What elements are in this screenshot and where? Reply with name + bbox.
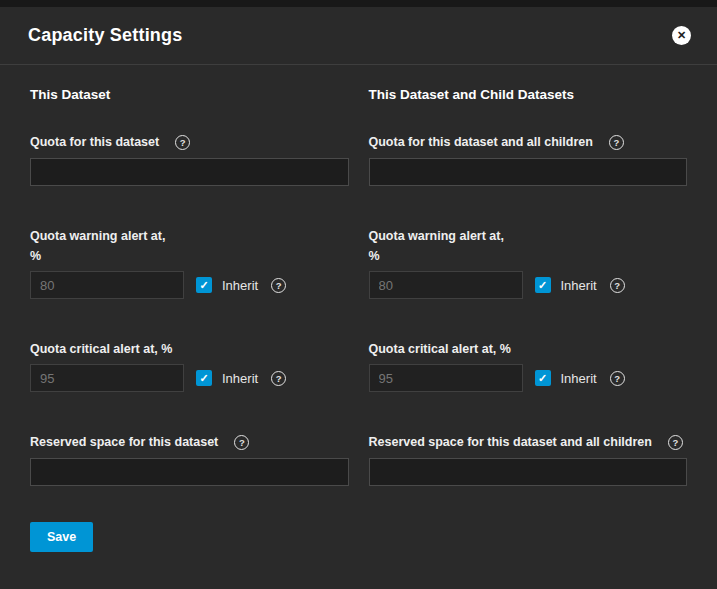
column-this-dataset: This Dataset Quota for this dataset ? Qu… [30,87,349,486]
section-header: This Dataset [30,87,349,102]
inherit-checkbox[interactable]: ✓ [535,277,551,293]
help-icon[interactable]: ? [610,371,625,386]
field-quota-dataset: Quota for this dataset ? [30,132,349,186]
field-quota-critical: Quota critical alert at, % ✓ Inherit ? [30,339,349,392]
help-icon[interactable]: ? [271,371,286,386]
quota-dataset-input[interactable] [30,158,349,186]
dialog-top-edge [0,0,717,7]
inherit-label: Inherit [561,278,597,293]
dialog-body: This Dataset Quota for this dataset ? Qu… [0,65,717,589]
field-quota-children: Quota for this dataset and all children … [369,132,688,186]
field-reserved-space: Reserved space for this dataset ? [30,432,349,486]
field-quota-warning-children: Quota warning alert at, % ✓ Inherit ? [369,226,688,299]
quota-critical-children-input [369,364,523,392]
dialog-actions: Save [30,522,687,552]
quota-critical-input [30,364,184,392]
inherit-checkbox[interactable]: ✓ [196,277,212,293]
reserved-space-input[interactable] [30,458,349,486]
capacity-settings-dialog: Capacity Settings ✕ This Dataset Quota f… [0,0,717,589]
help-icon[interactable]: ? [610,278,625,293]
quota-children-input[interactable] [369,158,688,186]
field-label: Quota critical alert at, % [30,339,172,359]
settings-columns: This Dataset Quota for this dataset ? Qu… [30,87,687,486]
save-button[interactable]: Save [30,522,93,552]
reserved-space-children-input[interactable] [369,458,688,486]
field-label: Reserved space for this dataset [30,432,218,452]
inherit-label: Inherit [561,371,597,386]
field-label: Quota warning alert at, % [369,226,504,266]
field-quota-critical-children: Quota critical alert at, % ✓ Inherit ? [369,339,688,392]
close-icon[interactable]: ✕ [672,26,691,45]
field-label: Quota critical alert at, % [369,339,511,359]
inherit-checkbox[interactable]: ✓ [535,370,551,386]
help-icon[interactable]: ? [234,435,249,450]
inherit-label: Inherit [222,371,258,386]
field-label: Quota warning alert at, % [30,226,165,266]
field-label: Quota for this dataset [30,132,159,152]
help-icon[interactable]: ? [271,278,286,293]
help-icon[interactable]: ? [668,435,683,450]
help-icon[interactable]: ? [609,135,624,150]
help-icon[interactable]: ? [175,135,190,150]
column-child-datasets: This Dataset and Child Datasets Quota fo… [369,87,688,486]
field-label: Quota for this dataset and all children [369,132,593,152]
field-quota-warning: Quota warning alert at, % ✓ Inherit ? [30,226,349,299]
dialog-header: Capacity Settings ✕ [0,7,717,65]
page-title: Capacity Settings [28,25,182,46]
field-reserved-space-children: Reserved space for this dataset and all … [369,432,688,486]
inherit-checkbox[interactable]: ✓ [196,370,212,386]
quota-warning-input [30,271,184,299]
quota-warning-children-input [369,271,523,299]
field-label: Reserved space for this dataset and all … [369,432,652,452]
inherit-label: Inherit [222,278,258,293]
section-header: This Dataset and Child Datasets [369,87,688,102]
